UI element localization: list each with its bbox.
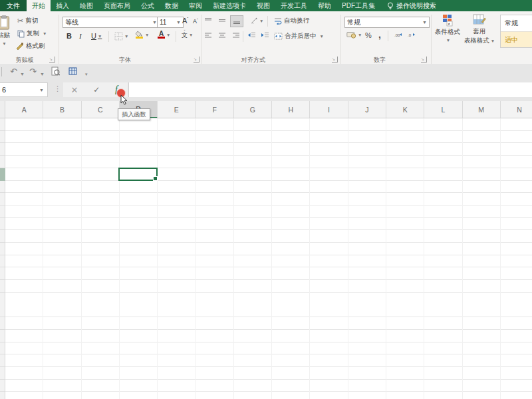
tab-文件[interactable]: 文件 <box>0 0 27 11</box>
undo-button[interactable]: ↶ <box>10 67 17 76</box>
row-header-strip[interactable] <box>0 118 5 399</box>
redo-dropdown-arrow[interactable]: ▼ <box>40 70 45 78</box>
column-header-K[interactable]: K <box>386 101 424 118</box>
paste-button[interactable]: 粘贴 ▼ <box>0 15 10 46</box>
touch-mode-button[interactable] <box>68 67 77 76</box>
increase-decimal-button[interactable]: .00 <box>393 32 403 38</box>
decrease-indent-button[interactable] <box>247 32 256 39</box>
merge-center-dropdown-arrow: ▼ <box>320 34 324 39</box>
column-header-H[interactable]: H <box>272 101 310 118</box>
underline-button[interactable]: U▼ <box>91 32 102 40</box>
formula-input[interactable] <box>128 82 532 97</box>
column-header-F[interactable]: F <box>196 101 234 118</box>
tab-视图[interactable]: 视图 <box>251 0 275 11</box>
qat-customize-arrow[interactable]: ▾ <box>85 70 88 78</box>
borders-button[interactable]: ▼ <box>114 32 128 41</box>
cell-style-normal[interactable]: 常规 <box>501 15 532 31</box>
phonetic-guide-button[interactable]: ˘ 文 ▼ <box>182 31 193 39</box>
tab-帮助[interactable]: 帮助 <box>313 0 336 11</box>
tab-插入[interactable]: 插入 <box>51 0 74 11</box>
align-right-button[interactable] <box>232 32 240 39</box>
tab-新建选项卡[interactable]: 新建选项卡 <box>207 0 251 11</box>
column-header-A[interactable]: A <box>5 101 43 118</box>
column-header-L[interactable]: L <box>424 101 462 118</box>
print-preview-button[interactable] <box>51 66 60 77</box>
align-left-button[interactable] <box>204 32 212 39</box>
sheet-grid[interactable] <box>0 118 532 399</box>
tab-开始[interactable]: 开始 <box>27 0 51 11</box>
redo-button[interactable]: ↷ <box>29 67 37 76</box>
comma-style-button[interactable]: , <box>378 29 381 40</box>
tab-开发工具[interactable]: 开发工具 <box>275 0 313 11</box>
cancel-button[interactable]: ✕ <box>70 85 78 95</box>
active-cell[interactable] <box>118 168 158 181</box>
tab-数据[interactable]: 数据 <box>160 0 184 11</box>
format-as-table-icon <box>473 14 486 27</box>
align-center-button[interactable] <box>218 32 226 39</box>
format-painter-button[interactable]: 格式刷 <box>16 42 45 51</box>
clipboard-dialog-launcher[interactable]: ↘ <box>49 57 55 63</box>
tab-PDF工具集[interactable]: PDF工具集 <box>336 0 380 11</box>
tab-公式[interactable]: 公式 <box>136 0 160 11</box>
align-middle-button[interactable] <box>218 17 226 24</box>
underline-dropdown-arrow: ▼ <box>98 34 102 39</box>
font-dialog-launcher[interactable]: ↘ <box>194 57 200 63</box>
fill-color-button[interactable]: ▼ <box>135 31 149 39</box>
column-header-B[interactable]: B <box>43 101 81 118</box>
number-dialog-launcher[interactable]: ↘ <box>421 57 427 63</box>
table-grid-icon <box>68 67 77 75</box>
cell-style-moderate[interactable]: 适中 <box>501 31 532 47</box>
increase-indent-button[interactable] <box>261 32 269 39</box>
column-header-I[interactable]: I <box>310 101 348 118</box>
clipboard-icon <box>0 15 10 30</box>
toolbar-formula-band: ↶ ▼ ↷ ▼ ▾ 6 ▼ ⋮ ✕ ✓ <box>0 64 532 101</box>
font-color-button[interactable]: A ▼ <box>158 31 170 39</box>
enter-button[interactable]: ✓ <box>93 85 100 94</box>
grow-font-button[interactable]: Aˆ <box>182 17 188 25</box>
conditional-formatting-button[interactable]: ≠ 条件格式 ▼ <box>433 14 462 43</box>
fill-handle[interactable] <box>153 176 158 181</box>
format-as-table-button[interactable]: 套用 表格格式▼ <box>464 14 495 45</box>
active-row-header[interactable] <box>0 168 5 181</box>
column-header-M[interactable]: M <box>463 101 501 118</box>
formula-bar-resize-dots[interactable]: ⋮ <box>54 84 61 93</box>
tell-me-search[interactable]: 操作说明搜索 <box>387 0 436 11</box>
name-box-dropdown-arrow: ▼ <box>39 88 44 92</box>
alignment-dialog-launcher[interactable]: ↘ <box>332 57 338 63</box>
copy-icon <box>17 30 25 38</box>
column-header-C[interactable]: C <box>82 101 120 118</box>
bold-button[interactable]: B <box>66 32 72 40</box>
align-center-icon <box>218 32 226 39</box>
column-header-N[interactable]: N <box>501 101 532 118</box>
merge-center-button[interactable]: 合并后居中 ▼ <box>274 32 324 41</box>
decrease-decimal-button[interactable]: .0 <box>407 32 417 38</box>
align-top-button[interactable] <box>204 17 212 24</box>
select-all-corner[interactable] <box>0 101 5 118</box>
tab-绘图[interactable]: 绘图 <box>74 0 98 11</box>
column-header-E[interactable]: E <box>158 101 196 118</box>
conditional-formatting-icon: ≠ <box>442 14 454 27</box>
orientation-button[interactable]: ▼ <box>250 17 263 25</box>
number-format-dropdown-arrow: ▼ <box>422 20 427 25</box>
align-bottom-button[interactable] <box>230 15 243 27</box>
font-family-combo[interactable]: 等线 ▼ <box>63 17 160 28</box>
italic-button[interactable]: I <box>79 32 82 40</box>
accounting-format-button[interactable]: ▼ <box>346 31 362 39</box>
wrap-text-button[interactable]: 自动换行 <box>274 17 309 25</box>
shrink-font-button[interactable]: Aˇ <box>193 18 198 25</box>
percent-style-button[interactable]: % <box>365 31 372 39</box>
tab-审阅[interactable]: 审阅 <box>184 0 207 11</box>
cut-button[interactable]: ✂ 剪切 <box>17 17 38 25</box>
lightbulb-icon <box>387 2 394 10</box>
tab-页面布局[interactable]: 页面布局 <box>98 0 136 11</box>
align-bottom-icon <box>233 18 241 25</box>
font-size-combo[interactable]: 11 ▼ <box>157 17 184 28</box>
font-color-dropdown-arrow: ▼ <box>166 33 170 37</box>
undo-dropdown-arrow[interactable]: ▼ <box>20 70 25 78</box>
copy-button[interactable]: 复制 ▼ <box>17 29 47 38</box>
column-header-G[interactable]: G <box>234 101 272 118</box>
column-header-J[interactable]: J <box>348 101 386 118</box>
number-format-combo[interactable]: 常规 ▼ <box>344 17 430 28</box>
name-box[interactable]: 6 ▼ <box>0 82 48 97</box>
conditional-formatting-label: 条件格式 <box>435 28 460 37</box>
